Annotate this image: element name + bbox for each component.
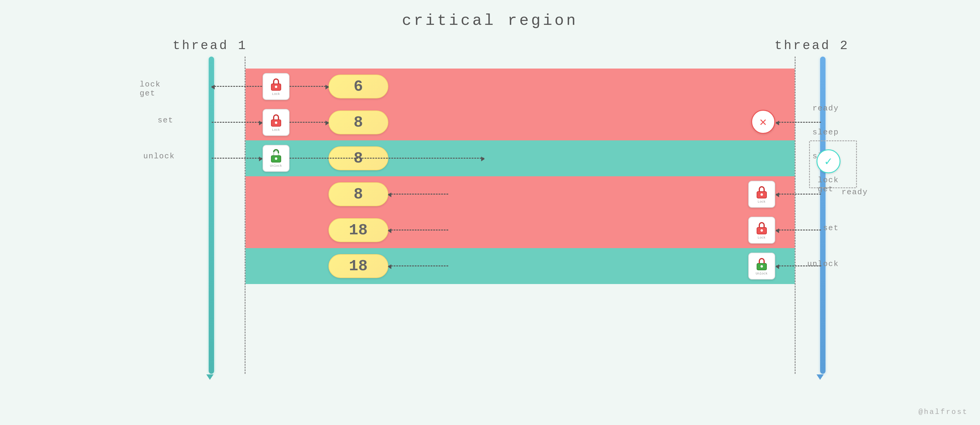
- arrow-row5-left: [388, 230, 448, 230]
- lock-icon-6-unlocked: Unlock: [748, 253, 775, 279]
- arrow-row3-to-thread2: [290, 158, 484, 159]
- arrow-row6-thread2-to-lock: [776, 265, 821, 266]
- lock-icon-1: Lock: [262, 73, 290, 100]
- value-pill-1: 6: [328, 75, 388, 98]
- arrow-row2-to-value: [290, 122, 328, 123]
- thread1-line: [209, 57, 214, 374]
- value-pill-5: 18: [328, 218, 388, 242]
- arrow-row2-right: [212, 122, 262, 123]
- svg-point-7: [760, 193, 763, 196]
- watermark: @halfrost: [918, 408, 968, 416]
- label-set-1: set: [158, 116, 173, 125]
- row-4: [245, 176, 795, 212]
- svg-point-5: [275, 157, 277, 160]
- label-sleep-1: sleep: [812, 128, 839, 137]
- lock-icon-5: Lock: [748, 217, 775, 244]
- arrow-row1-to-value: [290, 86, 328, 87]
- svg-point-1: [275, 86, 277, 88]
- value-pill-4: 8: [328, 182, 388, 206]
- arrow-row2-thread2-to-x: [776, 122, 821, 123]
- thread1-arrow-down: [206, 374, 213, 380]
- label-unlock-2: unlock: [807, 260, 839, 268]
- label-lock-get-2: lockget: [818, 176, 839, 193]
- svg-point-3: [275, 122, 277, 124]
- label-lock-get-1: lockget: [140, 80, 161, 98]
- arrow-row4-left: [388, 193, 448, 195]
- value-pill-6: 18: [328, 254, 388, 278]
- arrow-row3-right: [212, 158, 262, 159]
- row-5: [245, 212, 795, 248]
- main-container: critical region thread 1 thread 2 6 Lock: [0, 0, 980, 425]
- label-unlock-1: unlock: [143, 152, 175, 161]
- svg-point-11: [760, 265, 763, 268]
- lock-icon-3-unlocked: Unlock: [262, 145, 290, 172]
- diagram-area: thread 1 thread 2 6 Lock lockget: [71, 39, 909, 398]
- arrow-row5-thread2-to-lock: [776, 230, 821, 230]
- thread2-label: thread 2: [775, 39, 850, 53]
- status-icon-check: ✓: [816, 149, 840, 173]
- page-title: critical region: [402, 12, 578, 30]
- lock-icon-2: Lock: [262, 109, 290, 136]
- svg-point-9: [760, 229, 763, 232]
- critical-border-right: [795, 57, 795, 374]
- label-ready-1: ready: [812, 104, 839, 113]
- label-set-2: set: [823, 224, 839, 233]
- arrow-row4-thread2-to-lock: [776, 193, 821, 195]
- arrow-row6-left: [388, 265, 448, 266]
- status-icon-x: ✕: [751, 110, 775, 134]
- value-pill-2: 8: [328, 111, 388, 135]
- label-ready-2: ready: [842, 188, 868, 197]
- thread1-label: thread 1: [173, 39, 248, 53]
- thread2-arrow-down: [816, 374, 824, 380]
- lock-icon-4: Lock: [748, 181, 775, 208]
- row-6: [245, 248, 795, 284]
- arrow-row1-left: [212, 86, 262, 87]
